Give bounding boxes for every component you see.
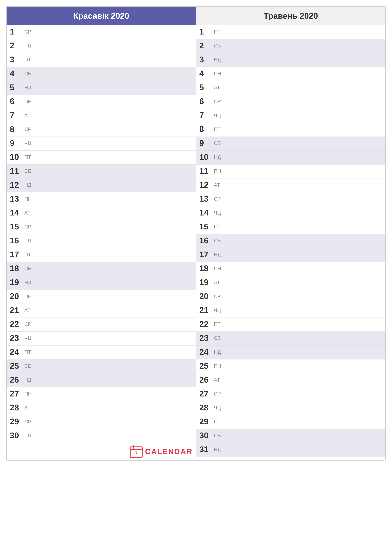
day-info: 27ПН [10, 389, 32, 398]
day-number: 11 [199, 167, 212, 175]
day-info: 11СБ [10, 167, 31, 175]
day-info: 6ПН [10, 97, 32, 105]
day-info: 18ПН [199, 264, 221, 272]
day-info: 24НД [199, 348, 221, 356]
day-row: 17ПТ [7, 248, 196, 262]
day-row: 7ЧЦ [196, 109, 385, 123]
day-number: 11 [10, 167, 22, 175]
day-row: 13ПН [7, 192, 196, 206]
day-number: 27 [10, 389, 22, 398]
day-info: 30ЧЦ [10, 431, 31, 439]
day-name: СБ [24, 266, 31, 272]
day-name: СР [24, 224, 31, 231]
day-number: 9 [10, 139, 22, 147]
day-name: ЧЦ [214, 405, 221, 412]
april-header: Красавік 2020 [7, 7, 196, 25]
day-name: ПТ [24, 57, 31, 64]
day-name: ЧЦ [24, 140, 31, 147]
day-number: 12 [10, 181, 22, 189]
day-row: 7АТ [7, 109, 196, 123]
day-info: 5АТ [199, 83, 220, 91]
day-row: 12АТ [196, 178, 385, 192]
day-row: 2ЧЦ [7, 39, 196, 53]
day-row: 27СР [196, 387, 385, 401]
day-name: ЧЦ [214, 210, 221, 217]
day-number: 16 [199, 236, 212, 245]
day-name: СР [214, 99, 221, 105]
day-number: 21 [10, 306, 22, 314]
day-number: 8 [199, 125, 212, 133]
day-number: 6 [10, 97, 22, 105]
day-name: ЧЦ [214, 307, 221, 314]
day-name: АТ [24, 112, 30, 119]
day-name: АТ [24, 307, 30, 314]
day-name: ПТ [24, 154, 31, 161]
day-info: 1СР [10, 28, 31, 36]
day-number: 17 [199, 250, 212, 258]
day-row: 19АТ [196, 276, 385, 290]
day-name: ПТ [214, 419, 221, 426]
day-name: АТ [214, 280, 220, 286]
day-info: 12НД [10, 181, 31, 189]
day-info: 1ПТ [199, 28, 221, 36]
day-row: 24НД [196, 345, 385, 359]
day-name: НД [214, 252, 221, 258]
day-name: ПТ [214, 321, 221, 328]
day-name: НД [214, 154, 221, 161]
day-number: 18 [10, 264, 22, 272]
day-row: 1СР [7, 25, 196, 39]
day-info: 24ПТ [10, 348, 31, 356]
day-row: 2СБ [196, 39, 385, 53]
day-name: ПТ [24, 252, 31, 258]
day-row: 28АТ [7, 401, 196, 415]
day-info: 15ПТ [199, 222, 221, 231]
day-row: 16СБ [196, 234, 385, 248]
day-name: СБ [24, 71, 31, 78]
day-number: 1 [10, 28, 22, 36]
day-name: НД [24, 377, 31, 384]
day-row: 19НД [7, 276, 196, 290]
day-row: 15СР [7, 220, 196, 234]
april-column: 1СР2ЧЦ3ПТ4СБ5НД6ПН7АТ8СР9ЧЦ10ПТ11СБ12НД1… [7, 25, 196, 460]
day-row: 29СР [7, 415, 196, 429]
brand-row: 7 CALENDAR [7, 443, 196, 460]
day-name: СБ [24, 168, 31, 175]
day-number: 5 [10, 83, 22, 91]
day-row: 4ПН [196, 67, 385, 81]
day-info: 17ПТ [10, 250, 31, 258]
day-number: 31 [199, 445, 212, 453]
day-info: 17НД [199, 250, 221, 258]
day-name: АТ [214, 377, 220, 384]
day-number: 8 [10, 125, 22, 133]
day-row: 18ПН [196, 262, 385, 276]
day-info: 29СР [10, 417, 31, 426]
day-number: 3 [199, 55, 212, 64]
day-info: 21АТ [10, 306, 30, 314]
day-number: 19 [10, 278, 22, 286]
day-row: 15ПТ [196, 220, 385, 234]
day-row: 31НД [196, 443, 385, 457]
day-info: 29ПТ [199, 417, 221, 426]
day-number: 15 [10, 222, 22, 231]
day-info: 12АТ [199, 181, 220, 189]
calendar-icon: 7 [130, 445, 143, 458]
day-number: 3 [10, 55, 22, 64]
day-number: 13 [10, 195, 22, 203]
day-row: 1ПТ [196, 25, 385, 39]
day-name: СР [214, 196, 221, 203]
day-info: 31НД [199, 445, 221, 453]
day-number: 10 [10, 153, 22, 161]
day-info: 20ПН [10, 292, 32, 300]
day-info: 3НД [199, 55, 221, 64]
day-name: ПН [24, 196, 32, 203]
day-info: 9ЧЦ [10, 139, 31, 147]
day-name: ПТ [214, 29, 221, 36]
day-number: 30 [10, 431, 22, 439]
day-info: 25ПН [199, 362, 221, 370]
day-info: 20СР [199, 292, 221, 300]
day-row: 23ЧЦ [7, 332, 196, 345]
day-name: АТ [214, 182, 220, 189]
day-name: АТ [214, 85, 220, 91]
day-row: 26НД [7, 373, 196, 387]
day-row: 30ЧЦ [7, 429, 196, 443]
